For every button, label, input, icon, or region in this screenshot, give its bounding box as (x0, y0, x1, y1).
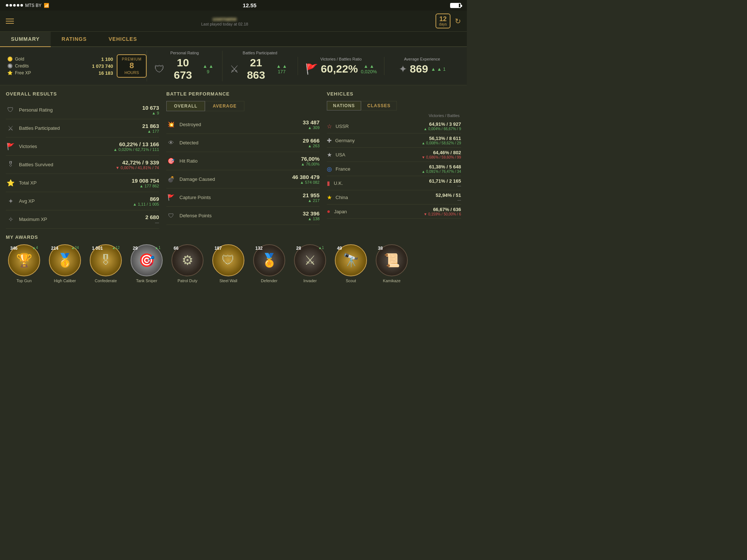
signal-dots (6, 4, 23, 7)
perf-defense-points-values: 32 396 ▲ 138 (303, 210, 320, 221)
nation-japan: ● Japan 66,67% / 636 ▼ 0,159% / 50,00% /… (327, 205, 461, 219)
battles-label: Battles Participated (230, 51, 290, 55)
tab-summary[interactable]: SUMMARY (0, 32, 51, 47)
nation-china: ★ China 52,94% / 51 — (327, 190, 461, 205)
nation-china-sub: — (436, 198, 461, 202)
tab-vehicles[interactable]: VEHICLES (98, 32, 148, 46)
result-battles-values: 21 863 ▲ 177 (142, 123, 159, 133)
nation-uk-name: U.K. (334, 180, 429, 186)
battle-performance-title: BATTLE PERFORMANCE (166, 91, 320, 97)
award-patrol-duty-name: Patrol Duty (169, 279, 206, 283)
stats-bar: 🪙 Gold 1 100 🔘 Credits 1 073 740 ⭐ Free … (0, 47, 467, 85)
nation-uk: ▮ U.K. 61,71% / 2 165 — (327, 176, 461, 190)
avg-exp-label: Average Experience (392, 57, 452, 61)
perf-tab-average[interactable]: AVERAGE (205, 101, 244, 111)
menu-button[interactable] (6, 19, 14, 24)
victories-ratio-card: Victories / Battles Ratio 🚩 60,22% ▲ 0,0… (298, 57, 384, 75)
victories-ratio-label: Victories / Battles Ratio (305, 57, 377, 61)
award-invader-icon: ⚔ (304, 253, 316, 268)
award-invader-delta: ▲1 (318, 246, 324, 250)
result-battles-label: ⚔ Battles Participated (6, 124, 60, 132)
result-battles-survived: 🎖 Battles Survived 42,72% / 9 339 ▼ 0,00… (6, 156, 159, 174)
nation-ussr-flag: ☆ (327, 123, 332, 130)
nation-china-flag: ★ (327, 194, 332, 201)
veh-column-header: Victories / Battles (327, 113, 461, 118)
nation-france: ◎ France 61,38% / 5 648 ▲ 0,091% / 76,47… (327, 162, 461, 176)
perf-destroyed-sub: ▲ 309 (303, 125, 320, 130)
award-confederate-name: Confederate (88, 279, 124, 283)
perf-detected-main: 29 666 (303, 137, 320, 144)
perf-destroyed-icon: 💥 (166, 121, 176, 128)
perf-hit-ratio-icon: 🎯 (166, 158, 176, 164)
awards-title: MY AWARDS (6, 234, 461, 240)
result-battles-sub: ▲ 177 (142, 129, 159, 133)
award-top-gun-icon: 🏆 (16, 253, 32, 268)
nation-germany-name: Germany (335, 138, 422, 143)
nation-china-main: 52,94% / 51 (436, 192, 461, 198)
refresh-button[interactable]: ↻ (455, 17, 461, 26)
perf-damage-caused: 💣 Damage Caused 46 380 479 ▲ 574 082 (166, 170, 320, 188)
nation-usa-stats: 64,46% / 802 ▼ 0,686% / 59,60% / 99 (422, 150, 461, 159)
award-invader-badge: 28 ▲1 ⚔ (294, 244, 326, 276)
nation-france-stats: 61,38% / 5 648 ▲ 0,091% / 76,47% / 34 (422, 164, 461, 174)
battery-icon (450, 3, 461, 8)
perf-defense-points-main: 32 396 (303, 210, 320, 217)
battles-main: ⚔ 21 863 ▲ 177 (230, 57, 290, 81)
gold-row: 🪙 Gold 1 100 (7, 56, 113, 63)
nation-ussr-sub: ▲ 0,004% / 66,67% / 9 (423, 127, 461, 131)
result-battles-survived-sub: ▼ 0,007% / 41,81% / 74 (116, 166, 159, 170)
award-invader-name: Invader (292, 279, 328, 283)
award-confederate-icon: 🎖 (99, 253, 112, 268)
result-total-xp-sub: ▲ 177 862 (132, 184, 159, 188)
wifi-icon: 📶 (44, 3, 49, 8)
nation-uk-main: 61,71% / 2 165 (429, 178, 461, 184)
perf-capture-points: 🚩 Capture Points 21 955 ▲ 217 (166, 188, 320, 207)
veh-tab-nations[interactable]: NATIONS (327, 101, 361, 110)
veh-tab-classes[interactable]: CLASSES (361, 101, 397, 110)
award-kamikaze-icon: 📜 (384, 253, 400, 268)
header-center: username Last played today at 02.18 (201, 16, 248, 26)
perf-tab-overall[interactable]: OVERALL (166, 101, 205, 111)
header-right: 12 days ↻ (436, 13, 461, 28)
result-avg-xp-values: 869 ▲ 1,11 / 1 005 (133, 196, 159, 206)
freexp-label: ⭐ Free XP (7, 70, 31, 75)
award-defender-count: 132 (255, 246, 263, 251)
vehicles-section: VEHICLES NATIONS CLASSES Victories / Bat… (327, 91, 461, 229)
perf-detected-label: 👁 Detected (166, 140, 198, 146)
perf-detected-values: 29 666 ▲ 263 (303, 137, 320, 148)
award-tank-sniper-delta: ▲1 (155, 246, 160, 250)
premium-days-label: days (439, 22, 447, 26)
personal-rating-card: Personal Rating 🛡 10 673 ▲ 9 (147, 51, 222, 81)
result-personal-rating-sub: ▲ 9 (142, 111, 159, 115)
vehicles-title: VEHICLES (327, 91, 461, 97)
award-patrol-duty-badge: 66 ⚙ (171, 244, 204, 276)
nation-ussr-stats: 64,91% / 3 927 ▲ 0,004% / 66,67% / 9 (423, 121, 461, 131)
credits-icon: 🔘 (7, 63, 13, 69)
account-info: 🪙 Gold 1 100 🔘 Credits 1 073 740 ⭐ Free … (7, 56, 113, 77)
award-top-gun-badge: 346 ▲4 🏆 (8, 244, 40, 276)
nation-germany-flag: ✚ (327, 137, 332, 144)
nation-germany-sub: ▲ 0,008% / 58,62% / 29 (422, 141, 461, 145)
award-top-gun-name: Top Gun (6, 279, 42, 283)
tab-ratings[interactable]: RATINGS (51, 32, 98, 46)
perf-defense-points-label: 🛡 Defense Points (166, 213, 212, 219)
premium-box: PREMIUM 8 HOURS (117, 54, 147, 77)
vehicles-tabs: NATIONS CLASSES (327, 101, 461, 110)
result-avg-xp-sub: ▲ 1,11 / 1 005 (133, 202, 159, 206)
overall-results-title: OVERALL RESULTS (6, 91, 159, 97)
nation-uk-stats: 61,71% / 2 165 — (429, 178, 461, 188)
award-high-caliber-name: High Caliber (47, 279, 83, 283)
result-max-xp-values: 2 680 — (145, 214, 159, 225)
result-total-xp: ⭐ Total XP 19 008 754 ▲ 177 862 (6, 174, 159, 192)
award-defender-name: Defender (251, 279, 287, 283)
battles-card: Battles Participated ⚔ 21 863 ▲ 177 (222, 51, 298, 81)
award-scout-icon: 🔭 (343, 253, 359, 268)
award-defender-icon: 🏅 (261, 253, 278, 268)
result-avg-xp-label: ✦ Avg XP (6, 197, 35, 205)
status-left: MTS BY 📶 (6, 3, 49, 8)
perf-damage-caused-icon: 💣 (166, 176, 176, 183)
battles-delta: ▲ 177 (273, 63, 290, 74)
result-max-xp: ✧ Maximum XP 2 680 — (6, 210, 159, 229)
result-max-xp-main: 2 680 (145, 214, 159, 220)
freexp-value: 16 183 (98, 70, 113, 76)
